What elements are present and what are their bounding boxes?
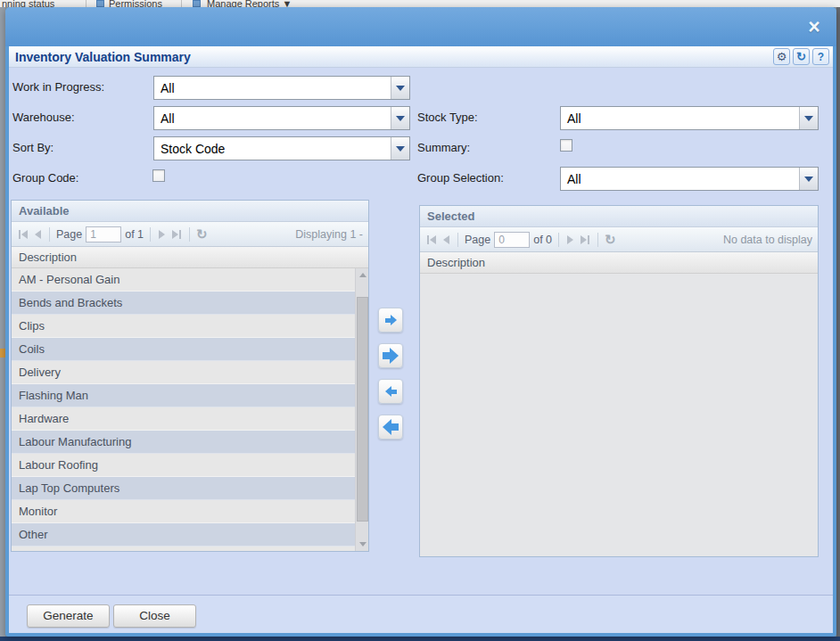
settings-button[interactable]: ⚙ xyxy=(773,48,790,65)
available-panel-header: Available xyxy=(12,201,368,222)
sort-by-combo[interactable]: Stock Code xyxy=(153,136,410,160)
group-code-label: Group Code: xyxy=(12,171,78,185)
summary-label: Summary: xyxy=(417,141,470,155)
work-in-progress-combo[interactable]: All xyxy=(153,76,410,100)
add-selected-button[interactable] xyxy=(378,308,403,333)
tab-separator xyxy=(86,0,86,7)
page-of-label: of 1 xyxy=(125,228,144,241)
available-panel-title: Available xyxy=(19,204,70,218)
list-item[interactable]: Hardware xyxy=(12,407,355,431)
dropdown-trigger[interactable] xyxy=(391,77,409,99)
list-item[interactable]: Flashing Man xyxy=(12,384,355,407)
available-paging-toolbar: Page of 1 ↻ Displaying 1 - xyxy=(12,222,368,247)
last-page-button[interactable] xyxy=(170,228,183,241)
remove-selected-button[interactable] xyxy=(378,379,403,404)
summary-checkbox[interactable] xyxy=(560,139,572,152)
first-page-icon xyxy=(430,235,436,244)
first-page-button[interactable] xyxy=(425,234,438,246)
paging-status: No data to display xyxy=(723,234,812,246)
arrow-left-icon xyxy=(385,386,397,397)
dialog-header: × xyxy=(5,7,836,46)
description-column-header[interactable]: Description xyxy=(12,247,368,268)
help-button[interactable]: ? xyxy=(812,48,829,65)
remove-all-button[interactable] xyxy=(378,415,403,440)
last-page-button[interactable] xyxy=(579,234,591,246)
page-label: Page xyxy=(465,234,490,246)
group-selection-value: All xyxy=(561,168,799,190)
page-number-input[interactable] xyxy=(494,232,530,248)
selected-panel-header: Selected xyxy=(420,206,818,227)
group-selection-label: Group Selection: xyxy=(417,171,504,185)
selected-grid-empty xyxy=(420,274,818,556)
arrow-left-icon xyxy=(383,419,399,435)
arrow-right-icon xyxy=(383,348,399,364)
inventory-valuation-dialog: × Inventory Valuation Summary ⚙ ↻ ? Work… xyxy=(5,7,836,637)
prev-page-button[interactable] xyxy=(33,228,43,241)
background-toolbar: nning status Permissions Manage Reports … xyxy=(0,0,840,7)
work-in-progress-value: All xyxy=(154,77,391,99)
refresh-icon[interactable]: ↻ xyxy=(196,228,208,241)
page-of-label: of 0 xyxy=(533,234,552,246)
stock-type-label: Stock Type: xyxy=(417,111,478,125)
prev-page-icon xyxy=(35,230,41,239)
dropdown-trigger[interactable] xyxy=(799,168,818,190)
next-page-button[interactable] xyxy=(565,234,575,246)
selected-panel-title: Selected xyxy=(427,210,474,223)
next-page-icon xyxy=(567,235,573,244)
list-item[interactable]: Lap Top Computers xyxy=(12,477,355,500)
close-button[interactable]: Close xyxy=(113,604,196,628)
page-number-input[interactable] xyxy=(86,226,121,242)
stock-type-value: All xyxy=(561,107,799,129)
generate-button[interactable]: Generate xyxy=(27,604,110,628)
list-item[interactable]: Coils xyxy=(12,338,355,361)
list-item[interactable]: Other xyxy=(12,523,355,546)
description-column-header[interactable]: Description xyxy=(420,252,818,274)
dialog-body: Inventory Valuation Summary ⚙ ↻ ? Work i… xyxy=(9,46,833,633)
warehouse-value: All xyxy=(154,107,391,129)
background-right-edge xyxy=(836,7,840,641)
list-item[interactable]: Labour Roofing xyxy=(12,454,355,477)
list-item[interactable]: Bends and Brackets xyxy=(12,292,355,315)
next-page-icon xyxy=(159,230,165,239)
list-item[interactable]: Clips xyxy=(12,315,355,338)
reports-icon xyxy=(193,0,201,7)
dropdown-trigger[interactable] xyxy=(391,107,409,129)
list-item[interactable]: Delivery xyxy=(12,361,355,384)
scroll-down-icon[interactable] xyxy=(356,538,369,551)
title-tools: ⚙ ↻ ? xyxy=(773,48,829,65)
settings-icon: ⚙ xyxy=(777,50,787,63)
list-item[interactable]: AM - Personal Gain xyxy=(12,268,355,292)
refresh-button[interactable]: ↻ xyxy=(793,48,810,65)
chevron-down-icon xyxy=(396,86,405,91)
last-page-icon xyxy=(172,230,178,239)
chevron-down-icon xyxy=(804,116,813,121)
stock-type-combo[interactable]: All xyxy=(560,106,819,130)
list-item[interactable]: Monitor xyxy=(12,500,355,523)
first-page-button[interactable] xyxy=(17,228,29,241)
warehouse-combo[interactable]: All xyxy=(153,106,410,130)
add-all-button[interactable] xyxy=(378,343,403,368)
help-icon: ? xyxy=(818,51,824,63)
selected-panel: Selected Page of 0 ↻ No data to display … xyxy=(419,205,819,557)
close-icon[interactable]: × xyxy=(804,18,824,37)
arrow-right-icon xyxy=(385,315,397,325)
first-page-icon xyxy=(21,230,28,239)
group-code-checkbox[interactable] xyxy=(152,169,165,182)
dropdown-trigger[interactable] xyxy=(391,137,409,160)
available-panel: Available Page of 1 ↻ Displaying 1 - Des… xyxy=(11,200,369,552)
chevron-down-icon xyxy=(396,116,405,121)
dropdown-trigger[interactable] xyxy=(799,107,818,129)
list-item[interactable]: Labour Manufacturing xyxy=(12,431,355,454)
next-page-button[interactable] xyxy=(157,228,167,241)
prev-page-button[interactable] xyxy=(441,234,451,246)
background-bottom-edge xyxy=(0,637,840,641)
scrollbar-thumb[interactable] xyxy=(357,297,368,522)
work-in-progress-label: Work in Progress: xyxy=(12,80,104,95)
group-selection-combo[interactable]: All xyxy=(560,167,819,191)
sort-by-value: Stock Code xyxy=(154,137,391,160)
scrollbar[interactable] xyxy=(355,268,368,551)
last-page-icon xyxy=(581,235,587,244)
refresh-icon[interactable]: ↻ xyxy=(605,234,616,246)
scroll-up-icon[interactable] xyxy=(356,268,369,282)
page-label: Page xyxy=(56,228,82,241)
